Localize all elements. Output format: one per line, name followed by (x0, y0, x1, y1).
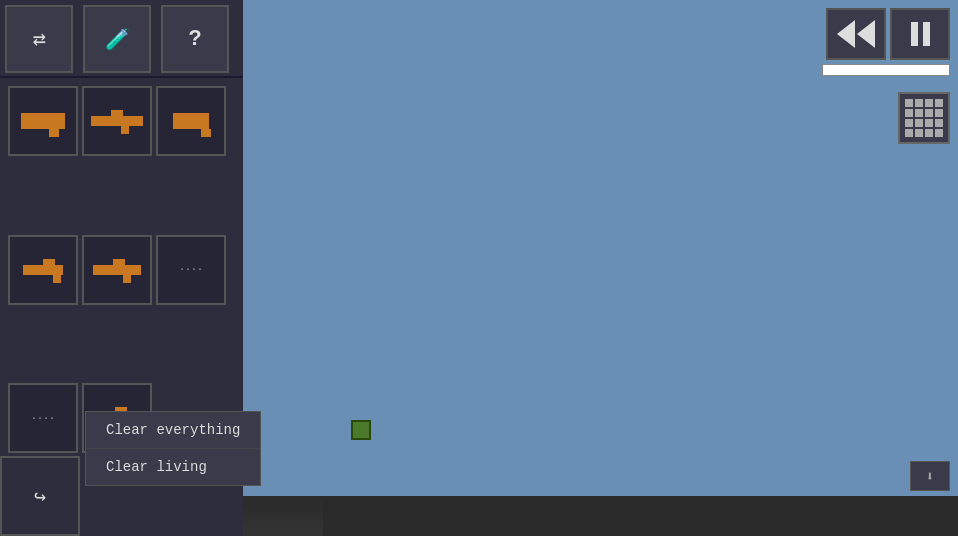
rewind-icon (837, 20, 875, 48)
grid-icon (905, 99, 943, 137)
gun-4-icon (23, 265, 63, 275)
swap-button[interactable]: ⇄ (5, 5, 73, 73)
playback-controls (826, 8, 950, 60)
weapon-slot-4[interactable] (8, 235, 78, 305)
gun-smg-icon (173, 113, 209, 129)
progress-bar-fill (823, 65, 949, 75)
weapon-slot-6[interactable]: ···· (156, 235, 226, 305)
download-icon: ⬇ (926, 468, 934, 485)
weapon-slot-1[interactable] (8, 86, 78, 156)
bottom-bar: ⬇ (243, 496, 958, 536)
weapon-slot-2[interactable] (82, 86, 152, 156)
character-silhouette (243, 496, 323, 536)
gun-pistol-icon (21, 113, 65, 129)
pause-icon (911, 22, 930, 46)
gun-7-label: ···· (31, 413, 55, 424)
weapon-slot-7[interactable]: ···· (8, 383, 78, 453)
bag-button[interactable]: 🧪 (83, 5, 151, 73)
swap-icon: ⇄ (32, 26, 45, 53)
top-toolbar: ⇄ 🧪 ? (0, 0, 243, 78)
bag-icon: 🧪 (105, 27, 130, 52)
clear-everything-item[interactable]: Clear everything (86, 412, 260, 449)
grid-toggle-button[interactable] (898, 92, 950, 144)
clear-living-item[interactable]: Clear living (86, 449, 260, 485)
weapon-slot-3[interactable] (156, 86, 226, 156)
weapon-slot-5[interactable] (82, 235, 152, 305)
gun-5-icon (93, 265, 141, 275)
exit-button[interactable]: ↪ (0, 456, 80, 536)
help-button[interactable]: ? (161, 5, 229, 73)
rewind-button[interactable] (826, 8, 886, 60)
exit-icon: ↪ (34, 484, 46, 509)
question-icon: ? (188, 27, 201, 52)
green-square-entity (351, 420, 371, 440)
download-icon-area[interactable]: ⬇ (910, 461, 950, 491)
top-right-controls (822, 8, 950, 76)
pause-button[interactable] (890, 8, 950, 60)
progress-bar (822, 64, 950, 76)
gun-rifle-icon (91, 116, 143, 126)
context-menu: Clear everything Clear living (85, 411, 261, 486)
gun-6-label: ···· (179, 264, 203, 275)
